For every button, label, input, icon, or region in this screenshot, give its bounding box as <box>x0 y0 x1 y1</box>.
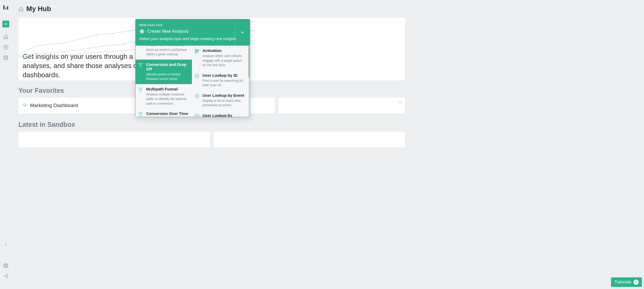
svg-point-7 <box>97 34 98 36</box>
analysis-option[interactable]: ActivationAnalyze when user cohorts enga… <box>192 46 248 70</box>
app-logo-icon <box>3 5 8 10</box>
panel-header: NEW ANALYSIS Create New Analysis Select … <box>136 19 250 46</box>
panel-tag: NEW ANALYSIS <box>139 23 245 27</box>
panel-title: Create New Analysis <box>147 29 189 34</box>
svg-point-38 <box>197 95 198 96</box>
user-icon <box>195 94 200 108</box>
sidebar <box>0 0 12 185</box>
favorite-title: Marketing Dashboard <box>30 103 78 108</box>
grid-icon <box>195 49 200 68</box>
funnel-icon <box>138 87 143 106</box>
analysis-item-desc: Analyze when user cohorts engage with a … <box>202 54 245 68</box>
svg-point-8 <box>113 33 114 34</box>
analysis-option[interactable]: User Lookup by EventDisplay a list of us… <box>192 90 248 110</box>
svg-point-34 <box>196 75 197 76</box>
nav-explore[interactable] <box>3 44 9 50</box>
svg-point-33 <box>195 74 199 78</box>
home-icon <box>3 34 8 39</box>
analysis-item-desc: Analyze how many distinct times an event… <box>146 46 188 57</box>
analysis-item-title: User Lookup by Event <box>202 93 245 98</box>
svg-rect-25 <box>195 50 196 50</box>
analysis-item-title: User Lookup by Segment <box>202 113 245 117</box>
panel-collapse-button[interactable] <box>235 19 250 46</box>
sandbox-heading: Latest in Sandbox <box>18 121 405 128</box>
page-header: My Hub <box>18 5 405 13</box>
sandbox-row <box>18 132 405 147</box>
funnel-icon <box>138 63 143 81</box>
svg-point-3 <box>4 45 8 50</box>
nav-data[interactable] <box>3 55 9 61</box>
analysis-item-desc: Identify points of friction between funn… <box>146 72 188 81</box>
new-analysis-panel: NEW ANALYSIS Create New Analysis Select … <box>135 19 250 117</box>
svg-point-9 <box>128 30 130 32</box>
svg-point-41 <box>197 115 198 116</box>
analysis-item-title: Conversion Over Time <box>146 111 188 116</box>
svg-point-40 <box>196 115 197 116</box>
svg-point-4 <box>4 56 7 57</box>
analysis-item-title: Conversion and Drop Off <box>146 62 188 71</box>
analysis-option[interactable]: Conversion Over TimeTrack key conversion… <box>136 109 192 117</box>
analysis-item-desc: Analyze multiple customer paths to ident… <box>146 92 188 106</box>
panel-body: Analyze how many distinct times an event… <box>136 46 250 117</box>
svg-point-14 <box>102 46 103 47</box>
heart-icon[interactable] <box>398 100 402 104</box>
analysis-item-title: Multipath Funnel <box>146 87 188 91</box>
analysis-item-title: Activation <box>202 48 245 53</box>
svg-point-39 <box>195 114 199 117</box>
svg-rect-2 <box>7 6 8 9</box>
analysis-option[interactable]: User Lookup by IDFind a user by searchin… <box>192 70 248 90</box>
database-icon <box>3 55 8 60</box>
analysis-item-desc: Display a list of users who performed an… <box>202 99 245 108</box>
atom-icon <box>139 29 145 34</box>
analysis-option[interactable]: Multipath FunnelAnalyze multiple custome… <box>136 84 192 109</box>
svg-rect-29 <box>197 51 197 52</box>
analysis-option[interactable]: User Lookup by SegmentDisplay a list of … <box>192 110 248 117</box>
sandbox-card[interactable] <box>214 132 405 147</box>
svg-point-21 <box>141 31 142 32</box>
scroll-thumb[interactable] <box>248 46 250 77</box>
svg-point-37 <box>196 95 197 96</box>
user-icon <box>195 74 200 88</box>
add-button[interactable] <box>2 21 9 27</box>
nav-home[interactable] <box>3 34 9 40</box>
svg-rect-1 <box>5 7 6 9</box>
user-icon <box>195 114 200 117</box>
analysis-option[interactable]: Conversion and Drop OffIdentify points o… <box>136 60 192 84</box>
analysis-item-title: User Lookup by ID <box>202 73 245 78</box>
panel-right-column: ActivationAnalyze when user cohorts enga… <box>192 46 248 117</box>
analysis-option[interactable]: Analyze how many distinct times an event… <box>136 46 192 60</box>
svg-rect-30 <box>198 51 199 52</box>
panel-scrollbar[interactable] <box>248 46 250 117</box>
svg-rect-31 <box>195 52 196 53</box>
svg-point-22 <box>140 31 144 32</box>
compass-icon <box>3 45 8 50</box>
panel-subtitle: Select your analysis type and begin crea… <box>139 36 245 41</box>
svg-point-15 <box>123 44 125 45</box>
svg-rect-0 <box>3 5 4 9</box>
page-title: My Hub <box>26 5 51 13</box>
svg-rect-28 <box>195 51 196 52</box>
funnel-icon <box>138 112 143 117</box>
svg-rect-27 <box>198 50 199 50</box>
favorite-card[interactable]: Marketing Dashboard <box>18 98 145 113</box>
sandbox-card[interactable] <box>18 132 210 147</box>
analysis-item-desc: Find a user by searching for their User … <box>202 79 245 88</box>
svg-rect-26 <box>197 50 197 50</box>
favorite-card[interactable] <box>279 98 405 113</box>
dashboard-gauge-icon <box>22 103 27 108</box>
panel-left-column: Analyze how many distinct times an event… <box>136 46 192 117</box>
home-icon <box>18 6 24 12</box>
svg-rect-32 <box>197 52 197 53</box>
svg-point-35 <box>197 75 198 76</box>
svg-point-36 <box>195 94 199 98</box>
chevron-down-icon <box>240 30 245 35</box>
plus-icon <box>4 22 8 26</box>
